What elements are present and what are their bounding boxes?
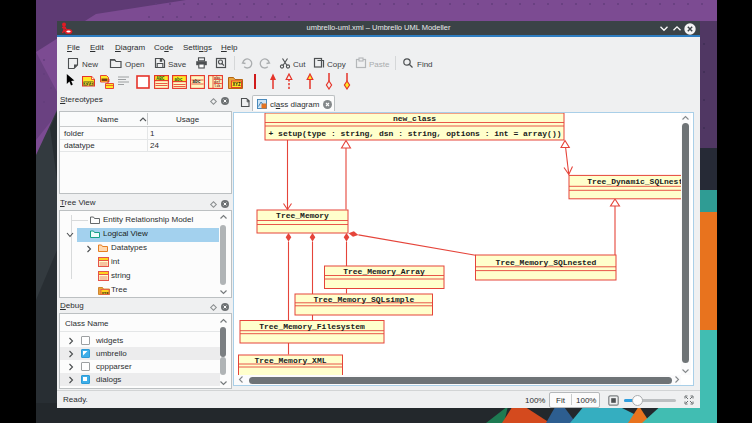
svg-text:Tree_Memory_SQLsimple: Tree_Memory_SQLsimple (313, 295, 414, 304)
svg-text:+ setup(type : string, dsn : s: + setup(type : string, dsn : string, opt… (269, 129, 562, 138)
svg-text:Tree_Memory_Filesystem: Tree_Memory_Filesystem (259, 322, 365, 331)
svg-text:Tree_Memory: Tree_Memory (276, 211, 329, 220)
svg-text:Tree_Memory_XML: Tree_Memory_XML (254, 356, 326, 365)
svg-text:new_class: new_class (393, 114, 436, 123)
svg-text:Tree_Dynamic_SQLnested: Tree_Dynamic_SQLnested (587, 177, 681, 186)
svg-text:Tree_Memory_Array: Tree_Memory_Array (343, 267, 425, 276)
svg-text:Tree_Memory_SQLnested: Tree_Memory_SQLnested (496, 258, 597, 267)
